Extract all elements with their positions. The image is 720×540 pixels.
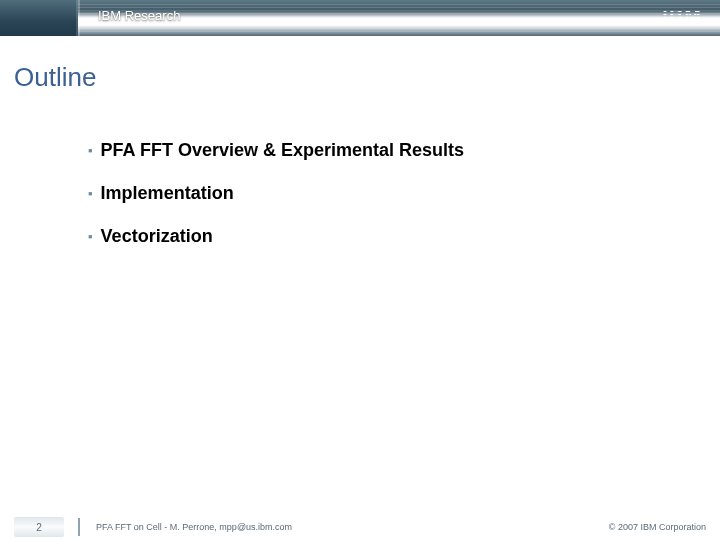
bullet-icon: ▪ (88, 187, 93, 200)
footer-copyright: © 2007 IBM Corporation (609, 522, 706, 532)
bullet-text: PFA FFT Overview & Experimental Results (101, 140, 464, 161)
bullet-text: Implementation (101, 183, 234, 204)
list-item: ▪ Implementation (88, 183, 464, 204)
bullet-list: ▪ PFA FFT Overview & Experimental Result… (88, 140, 464, 269)
ibm-logo-text: IBM (662, 5, 702, 27)
header-divider (78, 0, 80, 36)
bullet-icon: ▪ (88, 230, 93, 243)
list-item: ▪ PFA FFT Overview & Experimental Result… (88, 140, 464, 161)
footer-attribution: PFA FFT on Cell - M. Perrone, mpp@us.ibm… (96, 522, 292, 532)
page-number: 2 (36, 522, 42, 533)
slide-header: IBM Research IBM (0, 0, 720, 36)
header-org-label: IBM Research (98, 8, 180, 23)
bullet-icon: ▪ (88, 144, 93, 157)
footer-divider (78, 518, 80, 536)
bullet-text: Vectorization (101, 226, 213, 247)
list-item: ▪ Vectorization (88, 226, 464, 247)
page-number-box: 2 (0, 514, 78, 540)
slide-title: Outline (14, 62, 96, 93)
header-accent-block (0, 0, 78, 36)
ibm-logo-icon: IBM (662, 6, 702, 27)
slide-footer: 2 PFA FFT on Cell - M. Perrone, mpp@us.i… (0, 514, 720, 540)
